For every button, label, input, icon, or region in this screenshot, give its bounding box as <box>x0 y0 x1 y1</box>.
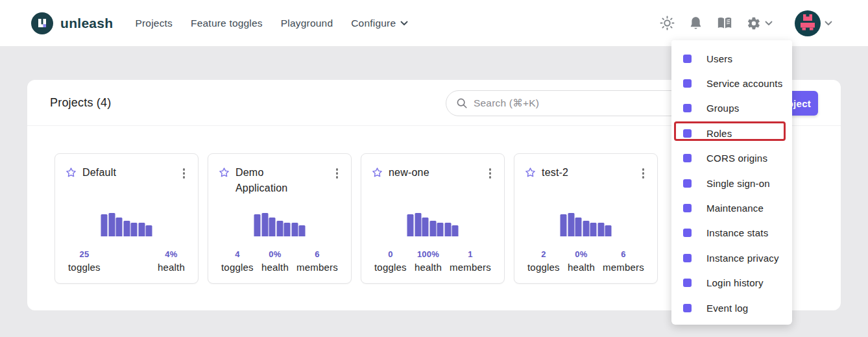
project-card-menu-button[interactable] <box>487 165 494 182</box>
project-card-chart <box>407 212 459 236</box>
project-stat-members: 6 members <box>296 249 338 273</box>
favorite-star-icon[interactable] <box>372 167 383 178</box>
settings-dropdown-menu: Users Service accounts Groups Roles CORS… <box>671 40 792 325</box>
chart-bar <box>276 221 283 236</box>
chart-bar <box>269 218 276 236</box>
chart-bar <box>597 223 604 236</box>
nav-links: Projects Feature toggles Playground Conf… <box>135 18 408 29</box>
project-stat-members: 1 members <box>450 249 491 273</box>
unleash-logo[interactable]: unleash <box>31 12 113 34</box>
menu-item-label: Instance stats <box>706 227 768 238</box>
project-card-demo-application[interactable]: Demo Application 4 toggles 0% health 6 m… <box>208 153 352 284</box>
chevron-down-icon <box>825 21 832 26</box>
chart-bar <box>284 223 291 236</box>
project-stat-health: 0% health <box>568 249 595 273</box>
chart-bar <box>605 225 612 236</box>
project-cards: Default 25 toggles 4% health Demo Applic… <box>54 153 658 284</box>
chevron-down-icon <box>400 21 408 26</box>
chart-bar <box>254 214 261 236</box>
chart-bar <box>415 213 421 236</box>
project-stat-value: 4% <box>158 249 185 259</box>
chart-bar <box>146 225 152 236</box>
chart-bar <box>131 223 138 236</box>
notifications-button[interactable] <box>689 16 703 31</box>
project-stat-label: toggles <box>68 262 101 273</box>
settings-menu-item-maintenance[interactable]: Maintenance <box>671 195 792 220</box>
settings-menu-item-groups[interactable]: Groups <box>671 96 792 121</box>
settings-menu-button[interactable] <box>747 16 773 31</box>
project-stat-label: members <box>450 262 491 273</box>
settings-menu-item-cors-origins[interactable]: CORS origins <box>671 146 792 171</box>
chart-bar <box>583 221 589 236</box>
settings-menu-item-login-history[interactable]: Login history <box>671 271 792 295</box>
settings-menu-item-roles[interactable]: Roles <box>671 121 792 145</box>
project-stat-label: toggles <box>374 262 407 273</box>
chevron-down-icon <box>765 21 773 26</box>
project-card-menu-button[interactable] <box>640 165 647 182</box>
settings-menu-item-users[interactable]: Users <box>671 46 792 71</box>
project-stat-value: 1 <box>450 249 491 259</box>
menu-item-icon <box>683 79 692 88</box>
chart-bar <box>299 225 306 236</box>
settings-menu-item-event-log[interactable]: Event log <box>671 295 792 320</box>
menu-item-icon <box>683 104 692 112</box>
project-stat-label: toggles <box>527 262 560 273</box>
project-stat-value: 6 <box>603 249 644 259</box>
chart-bar <box>590 223 597 236</box>
chart-bar <box>108 213 115 236</box>
project-stat-label: health <box>568 262 595 273</box>
nav-link-projects[interactable]: Projects <box>135 18 173 29</box>
project-stat-value: 4 <box>221 249 254 259</box>
nav-link-feature-toggles[interactable]: Feature toggles <box>191 18 263 29</box>
chart-bar <box>561 214 567 236</box>
settings-menu-item-single-sign-on[interactable]: Single sign-on <box>671 171 792 195</box>
project-stat-value: 2 <box>527 249 560 259</box>
menu-item-label: Groups <box>706 103 739 114</box>
page-title: Projects (4) <box>50 96 111 110</box>
project-stat-value: 0% <box>568 249 595 259</box>
chart-bar <box>138 223 145 236</box>
project-stat-label: members <box>603 262 644 273</box>
project-card-new-one[interactable]: new-one 0 toggles 100% health 1 members <box>361 153 505 284</box>
nav-link-playground[interactable]: Playground <box>281 18 333 29</box>
project-card-test-2[interactable]: test-2 2 toggles 0% health 6 members <box>514 153 658 284</box>
favorite-star-icon[interactable] <box>525 167 536 178</box>
project-card-menu-button[interactable] <box>333 165 341 182</box>
project-stat-health: 0% health <box>261 249 289 273</box>
project-card-title: new-one <box>389 165 429 181</box>
project-stat-label: health <box>261 262 289 273</box>
top-navbar: unleash Projects Feature toggles Playgro… <box>0 0 868 46</box>
favorite-star-icon[interactable] <box>66 167 77 178</box>
project-card-stats: 0 toggles 100% health 1 members <box>361 249 504 273</box>
sun-icon <box>660 16 675 31</box>
settings-menu-item-service-accounts[interactable]: Service accounts <box>671 71 792 95</box>
menu-item-label: Single sign-on <box>706 178 770 189</box>
settings-menu-item-instance-stats[interactable]: Instance stats <box>671 221 792 245</box>
chart-bar <box>123 221 130 236</box>
gear-icon <box>747 16 761 31</box>
project-card-menu-button[interactable] <box>180 165 188 182</box>
user-avatar <box>795 10 821 36</box>
user-menu-button[interactable] <box>795 10 832 36</box>
chart-bar <box>452 225 459 236</box>
project-stat-label: members <box>296 262 338 273</box>
project-stat-value: 0 <box>374 249 407 259</box>
settings-menu-item-instance-privacy[interactable]: Instance privacy <box>671 245 792 270</box>
chart-bar <box>422 218 429 236</box>
menu-item-label: Users <box>706 53 732 64</box>
menu-item-label: Maintenance <box>706 203 764 214</box>
nav-configure[interactable]: Configure <box>351 18 408 29</box>
menu-item-label: Login history <box>706 277 764 288</box>
menu-item-label: CORS origins <box>706 153 767 164</box>
project-card-header: test-2 <box>525 165 647 182</box>
favorite-star-icon[interactable] <box>219 167 230 178</box>
project-stat-health: 100% health <box>415 249 442 273</box>
chart-bar <box>444 223 451 236</box>
project-card-title: Default <box>82 165 116 181</box>
chart-bar <box>568 213 574 236</box>
chart-bar <box>101 214 108 236</box>
documentation-button[interactable] <box>717 16 732 30</box>
menu-item-icon <box>683 254 692 262</box>
project-card-default[interactable]: Default 25 toggles 4% health <box>54 153 199 284</box>
theme-toggle-button[interactable] <box>660 16 675 31</box>
